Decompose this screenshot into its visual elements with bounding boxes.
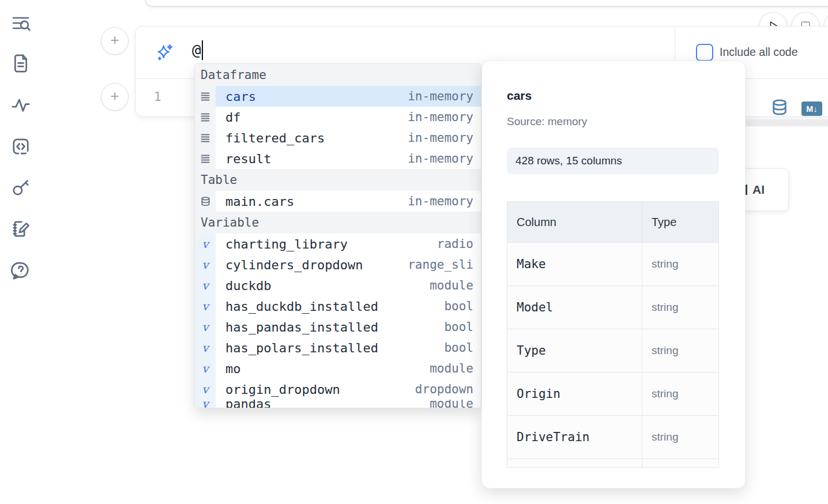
item-type: bool	[444, 320, 481, 334]
list-search-icon[interactable]	[10, 13, 31, 33]
table-row: Originstring	[507, 372, 718, 415]
variable-icon: v	[195, 358, 216, 379]
variable-icon: v	[195, 317, 216, 337]
markdown-export-icon[interactable]: M↓	[801, 101, 822, 116]
database-icon	[195, 191, 216, 212]
autocomplete-item-cars[interactable]: carsin-memory	[195, 86, 481, 107]
autocomplete-item-has_pandas_installed[interactable]: vhas_pandas_installedbool	[195, 317, 481, 337]
table-row: Makestring	[507, 242, 718, 285]
item-type: module	[430, 400, 481, 408]
item-type: in-memory	[408, 131, 481, 145]
document-icon[interactable]	[10, 53, 31, 74]
table-row: Typestring	[507, 329, 718, 372]
code-snippet-icon[interactable]	[10, 136, 31, 157]
item-name: has_duckdb_installed	[216, 299, 378, 314]
item-type: in-memory	[408, 89, 481, 103]
item-type: module	[430, 362, 481, 375]
item-name: mo	[216, 362, 241, 376]
item-name: df	[216, 110, 241, 125]
item-name: charting_library	[216, 237, 348, 251]
item-type: dropdown	[415, 382, 481, 396]
rows-icon	[195, 148, 216, 169]
autocomplete-item-main.cars[interactable]: main.carsin-memory	[195, 191, 481, 212]
autocomplete-item-mo[interactable]: vmomodule	[195, 358, 481, 379]
item-type: in-memory	[408, 152, 481, 166]
text-cursor	[202, 40, 203, 60]
line-number: 1	[154, 90, 161, 104]
previous-cell-edge	[145, 0, 828, 6]
rows-icon	[195, 107, 216, 127]
preview-source: Source: memory	[507, 115, 587, 128]
autocomplete-item-cylinders_dropdown[interactable]: vcylinders_dropdownrange_sli	[195, 254, 481, 275]
item-name: result	[216, 152, 271, 166]
preview-column-table: ColumnTypeMakestringModelstringTypestrin…	[507, 201, 719, 468]
item-name: has_pandas_installed	[216, 320, 378, 334]
item-name: origin_dropdown	[216, 382, 340, 397]
ai-button-label: AI	[752, 183, 765, 197]
variable-icon: v	[195, 337, 216, 358]
preview-shape-badge: 428 rows, 15 columns	[507, 148, 719, 174]
marimo-notebook: + + @ Include all code 1	[0, 0, 828, 504]
item-type: in-memory	[408, 194, 481, 208]
item-type: radio	[437, 237, 481, 251]
item-name: cars	[216, 89, 256, 104]
item-name: filtered_cars	[216, 131, 325, 145]
autocomplete-item-origin_dropdown[interactable]: vorigin_dropdowndropdown	[195, 379, 481, 400]
sidebar	[0, 0, 42, 504]
include-all-code-checkbox[interactable]	[696, 44, 713, 61]
autocomplete-section-header: Table	[195, 169, 481, 191]
item-name: duckdb	[216, 279, 271, 293]
help-chat-icon[interactable]	[10, 260, 31, 281]
table-row: DriveTrainstring	[507, 415, 718, 458]
variable-icon: v	[195, 296, 216, 317]
include-all-code-label: Include all code	[720, 46, 798, 59]
variable-icon: v	[195, 400, 216, 408]
autocomplete-section-header: Variable	[195, 212, 481, 234]
table-header-row: ColumnType	[507, 202, 718, 242]
dataframe-preview-panel: cars Source: memory 428 rows, 15 columns…	[481, 61, 746, 488]
variable-icon: v	[195, 275, 216, 296]
variable-icon: v	[195, 379, 216, 400]
item-type: module	[430, 279, 481, 292]
autocomplete-item-filtered_cars[interactable]: filtered_carsin-memory	[195, 127, 481, 148]
item-name: pandas	[216, 400, 271, 408]
autocomplete-item-df[interactable]: dfin-memory	[195, 107, 481, 127]
item-name: has_polars_installed	[216, 341, 378, 355]
variable-icon: v	[195, 234, 216, 254]
preview-title: cars	[507, 89, 532, 103]
autocomplete-item-has_polars_installed[interactable]: vhas_polars_installedbool	[195, 337, 481, 358]
autocomplete-item-charting_library[interactable]: vcharting_libraryradio	[195, 234, 481, 254]
scratchpad-icon[interactable]	[10, 219, 31, 239]
autocomplete-section-header: Dataframe	[195, 64, 481, 86]
item-type: range_sli	[408, 258, 481, 272]
item-type: in-memory	[408, 110, 481, 124]
table-row: Modelstring	[507, 285, 718, 329]
add-cell-button-bottom[interactable]: +	[101, 83, 129, 111]
database-icon[interactable]	[770, 98, 789, 119]
item-type: bool	[444, 299, 481, 313]
autocomplete-item-result[interactable]: resultin-memory	[195, 148, 481, 169]
autocomplete-list: Dataframecarsin-memorydfin-memoryfiltere…	[195, 64, 481, 408]
item-name: main.cars	[216, 194, 294, 209]
key-icon[interactable]	[10, 177, 31, 198]
rows-icon	[195, 127, 216, 148]
item-type: bool	[444, 341, 481, 355]
add-cell-button-top[interactable]: +	[101, 27, 129, 55]
item-name: cylinders_dropdown	[216, 258, 363, 272]
variable-icon: v	[195, 254, 216, 275]
table-row	[507, 458, 718, 468]
autocomplete-item-pandas[interactable]: vpandasmodule	[195, 400, 481, 408]
activity-icon[interactable]	[10, 95, 31, 115]
autocomplete-dropdown: Dataframecarsin-memorydfin-memoryfiltere…	[194, 63, 481, 408]
sparkles-icon	[155, 43, 175, 65]
rows-icon	[195, 86, 216, 107]
autocomplete-item-has_duckdb_installed[interactable]: vhas_duckdb_installedbool	[195, 296, 481, 317]
autocomplete-item-duckdb[interactable]: vduckdbmodule	[195, 275, 481, 296]
ai-prompt-input[interactable]: @	[192, 40, 203, 60]
